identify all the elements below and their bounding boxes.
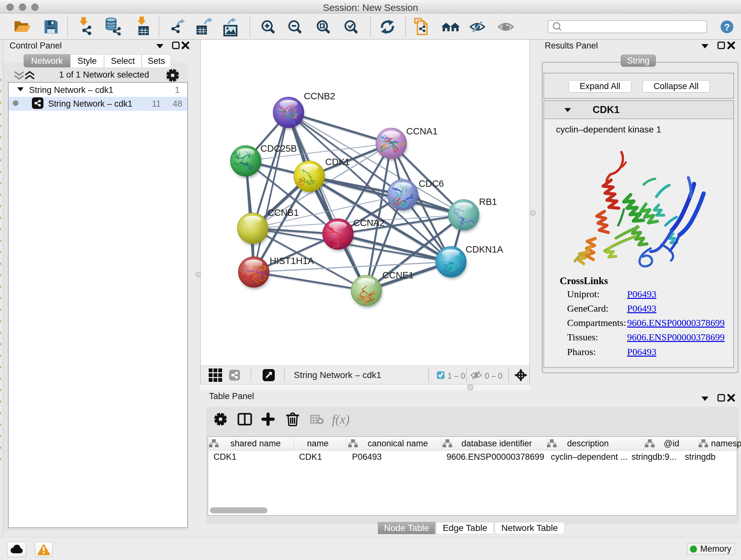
svg-text:CCNB2: CCNB2 — [304, 91, 335, 101]
svg-text:CDK1: CDK1 — [325, 157, 350, 167]
svg-text:CCNA1: CCNA1 — [406, 126, 437, 136]
svg-text:CCNB1: CCNB1 — [267, 207, 299, 218]
svg-text:CDKN1A: CDKN1A — [466, 244, 503, 254]
svg-text:CDC25B: CDC25B — [260, 143, 297, 153]
svg-text:CCNE1: CCNE1 — [382, 270, 414, 280]
svg-text:RB1: RB1 — [479, 197, 497, 207]
svg-text:CDC6: CDC6 — [419, 179, 444, 189]
svg-text:HIST1H1A: HIST1H1A — [270, 256, 314, 266]
svg-text:CCNA2: CCNA2 — [353, 218, 385, 228]
